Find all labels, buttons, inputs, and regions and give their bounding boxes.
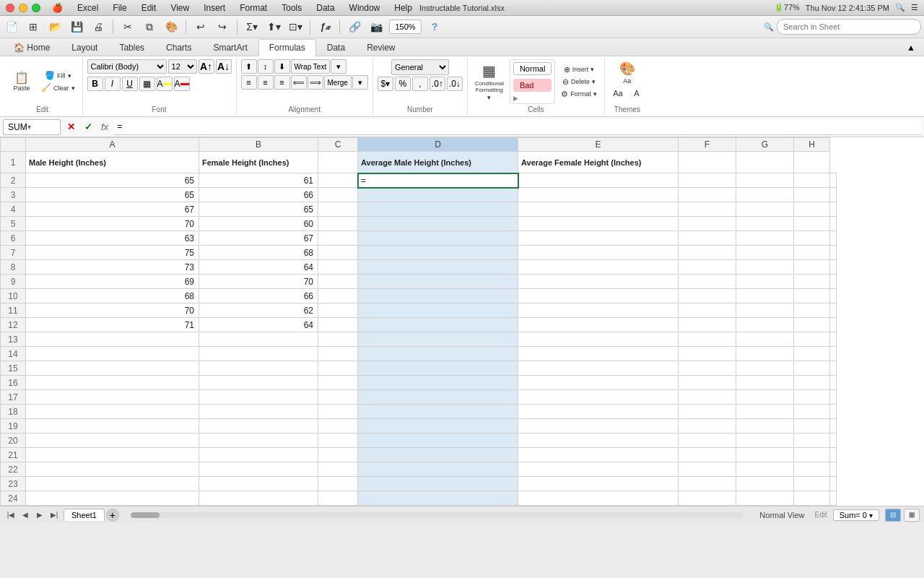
- row-header-18[interactable]: 18: [1, 405, 26, 419]
- bold-button[interactable]: B: [87, 77, 103, 91]
- col-header-G[interactable]: G: [736, 138, 794, 152]
- cell-G13[interactable]: [736, 332, 794, 347]
- sum-dropdown-btn[interactable]: ▾: [869, 512, 873, 519]
- cell-E7[interactable]: [518, 246, 679, 260]
- cell-H16[interactable]: [794, 376, 830, 390]
- cell-A20[interactable]: [26, 434, 199, 448]
- cell-H22[interactable]: [794, 462, 830, 477]
- cell-C7[interactable]: [318, 246, 358, 260]
- cell-B12[interactable]: 64: [199, 318, 318, 332]
- cell-B10[interactable]: 66: [199, 289, 318, 303]
- cell-G23[interactable]: [736, 477, 794, 491]
- maximize-button[interactable]: [32, 4, 40, 12]
- align-middle-btn[interactable]: ↕: [258, 59, 274, 74]
- cell-G3[interactable]: [736, 188, 794, 202]
- cell-H24[interactable]: [830, 491, 837, 506]
- cell-E23[interactable]: [518, 477, 679, 491]
- number-format-select[interactable]: General: [391, 59, 449, 75]
- first-sheet-btn[interactable]: |◀: [4, 509, 17, 522]
- cell-D2[interactable]: =: [358, 173, 518, 188]
- cell-A8[interactable]: 73: [26, 260, 199, 275]
- cell-B14[interactable]: [199, 347, 318, 361]
- undo-btn[interactable]: ↩: [192, 18, 209, 35]
- cell-B16[interactable]: [199, 376, 318, 390]
- page-layout-btn[interactable]: ⊞: [904, 509, 920, 522]
- cell-C8[interactable]: [318, 260, 358, 275]
- cell-B18[interactable]: [199, 405, 318, 419]
- align-left-btn[interactable]: ≡: [241, 75, 257, 90]
- cell-E17[interactable]: [518, 390, 679, 405]
- clear-button[interactable]: 🧹 Clear ▾: [38, 82, 78, 93]
- cell-D10[interactable]: [358, 289, 518, 303]
- search-sheet-input[interactable]: [777, 19, 921, 35]
- row-header-15[interactable]: 15: [1, 361, 26, 376]
- copy-btn[interactable]: ⧉: [141, 18, 158, 35]
- indent-increase-btn[interactable]: ⟹: [308, 75, 323, 90]
- cell-F10[interactable]: [679, 289, 736, 303]
- cell-G7[interactable]: [736, 246, 794, 260]
- horizontal-scrollbar-thumb[interactable]: [131, 512, 160, 518]
- fx-btn[interactable]: ƒ𝓍: [316, 18, 334, 35]
- cell-C21[interactable]: [318, 448, 358, 462]
- cell-D1[interactable]: Average Male Height (Inches): [358, 152, 518, 173]
- horizontal-scrollbar-track[interactable]: [131, 512, 744, 518]
- tab-charts[interactable]: Charts: [155, 39, 202, 56]
- cell-E11[interactable]: [518, 303, 679, 318]
- sheet-tab-sheet1[interactable]: Sheet1: [64, 509, 105, 521]
- cell-D5[interactable]: [358, 217, 518, 231]
- wrap-dropdown-btn[interactable]: ▾: [331, 59, 346, 74]
- formula-input[interactable]: [114, 119, 921, 135]
- align-center-btn[interactable]: ≡: [258, 75, 274, 90]
- cell-G4[interactable]: [736, 202, 794, 217]
- cell-B8[interactable]: 64: [199, 260, 318, 275]
- sort-btn[interactable]: ⬆▾: [265, 18, 282, 35]
- col-header-F[interactable]: F: [679, 138, 736, 152]
- row-header-2[interactable]: 2: [1, 173, 26, 188]
- cell-D23[interactable]: [358, 477, 518, 491]
- cell-B13[interactable]: [199, 332, 318, 347]
- cell-H3[interactable]: [794, 188, 830, 202]
- cell-B19[interactable]: [199, 419, 318, 434]
- filter-btn[interactable]: ⊡▾: [287, 18, 304, 35]
- styles-more-btn[interactable]: ▶: [513, 95, 552, 102]
- cell-H1[interactable]: [794, 152, 830, 173]
- cell-E13[interactable]: [518, 332, 679, 347]
- cell-B4[interactable]: 65: [199, 202, 318, 217]
- next-sheet-btn[interactable]: ▶: [33, 509, 46, 522]
- cell-B15[interactable]: [199, 361, 318, 376]
- cell-F7[interactable]: [679, 246, 736, 260]
- cell-D16[interactable]: [358, 376, 518, 390]
- row-header-21[interactable]: 21: [1, 448, 26, 462]
- cell-E20[interactable]: [518, 434, 679, 448]
- merge-dropdown-btn[interactable]: ▾: [352, 75, 368, 90]
- row-header-6[interactable]: 6: [1, 231, 26, 246]
- new-file-btn[interactable]: 📄: [3, 18, 20, 35]
- row-header-16[interactable]: 16: [1, 376, 26, 390]
- cell-H9[interactable]: [794, 275, 830, 289]
- cell-F2[interactable]: [679, 173, 736, 188]
- wrap-text-btn[interactable]: Wrap Text: [291, 59, 331, 74]
- decrease-font-btn[interactable]: A↓: [216, 59, 232, 74]
- grid-btn[interactable]: ⊞: [25, 18, 42, 35]
- theme-colors-btn[interactable]: Aa: [609, 87, 627, 99]
- format-cells-btn[interactable]: ⚙ Format ▾: [558, 89, 600, 100]
- cell-A15[interactable]: [26, 361, 199, 376]
- cell-A21[interactable]: [26, 448, 199, 462]
- cell-F13[interactable]: [679, 332, 736, 347]
- cell-H21[interactable]: [830, 448, 837, 462]
- cell-H17[interactable]: [794, 390, 830, 405]
- paste-button[interactable]: 📋 Paste: [7, 64, 36, 100]
- cell-D22[interactable]: [358, 462, 518, 477]
- add-sheet-btn[interactable]: +: [106, 509, 119, 522]
- cell-A12[interactable]: 71: [26, 318, 199, 332]
- cell-B23[interactable]: [199, 477, 318, 491]
- tab-data[interactable]: Data: [316, 39, 356, 56]
- cell-H6[interactable]: [830, 231, 837, 246]
- cell-H10[interactable]: [794, 289, 830, 303]
- cell-H5[interactable]: [794, 217, 830, 231]
- format-menu[interactable]: Format: [237, 1, 270, 14]
- formula-accept-btn[interactable]: ✓: [81, 120, 95, 134]
- currency-btn[interactable]: $▾: [378, 77, 393, 91]
- save-btn[interactable]: 💾: [68, 18, 85, 35]
- view-menu[interactable]: View: [167, 1, 192, 14]
